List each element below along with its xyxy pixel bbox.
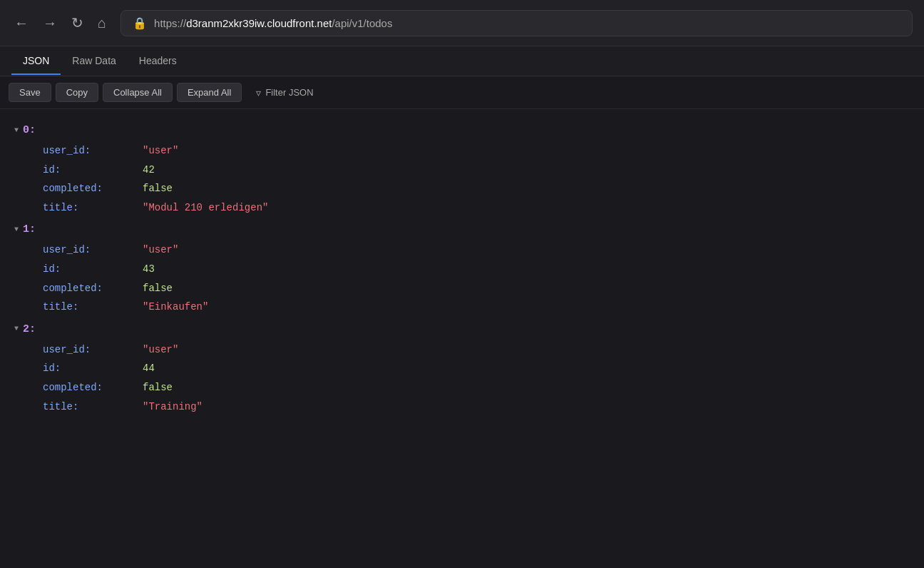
tab-json[interactable]: JSON (11, 48, 61, 75)
collapse-all-button[interactable]: Collapse All (103, 83, 173, 102)
field-value: "user" (143, 240, 178, 260)
field-row: user_id:"user" (43, 340, 910, 360)
field-row: completed:false (43, 378, 910, 397)
tabs-bar: JSON Raw Data Headers (0, 46, 924, 76)
field-value: "user" (143, 340, 178, 360)
field-key: user_id: (43, 340, 143, 360)
lock-icon: 🔒 (133, 16, 147, 30)
field-row: user_id:"user" (43, 141, 910, 161)
json-item-0: ▼0:user_id:"user"id:42completed:falsetit… (14, 121, 910, 217)
field-key: id: (43, 161, 143, 180)
expand-triangle-2[interactable]: ▼ (14, 323, 19, 335)
field-value: "Einkaufen" (143, 298, 208, 317)
field-key: id: (43, 359, 143, 378)
browser-chrome: ← → ↻ ⌂ 🔒 https://d3ranm2xkr39iw.cloudfr… (0, 0, 924, 46)
json-fields-2: user_id:"user"id:44completed:falsetitle:… (14, 340, 910, 416)
nav-buttons: ← → ↻ ⌂ (11, 11, 109, 34)
field-row: title:"Einkaufen" (43, 298, 910, 317)
field-key: title: (43, 298, 143, 317)
field-value: 42 (143, 161, 155, 180)
json-index-line-0: ▼0: (14, 121, 910, 140)
field-key: completed: (43, 378, 143, 397)
expand-triangle-0[interactable]: ▼ (14, 124, 19, 137)
url-domain: d3ranm2xkr39iw.cloudfront.net (186, 17, 332, 29)
field-key: title: (43, 397, 143, 417)
forward-button[interactable]: → (40, 12, 60, 34)
field-value: "Modul 210 erledigen" (143, 198, 268, 218)
toolbar: Save Copy Collapse All Expand All ▿ Filt… (0, 76, 924, 109)
index-number-1: 1: (23, 220, 36, 239)
back-button[interactable]: ← (11, 12, 31, 34)
tab-headers[interactable]: Headers (128, 48, 188, 75)
json-item-2: ▼2:user_id:"user"id:44completed:falsetit… (14, 320, 910, 416)
expand-triangle-1[interactable]: ▼ (14, 223, 19, 236)
filter-json-button[interactable]: ▿ Filter JSON (249, 83, 320, 102)
field-key: user_id: (43, 240, 143, 260)
json-item-1: ▼1:user_id:"user"id:43completed:falsetit… (14, 220, 910, 316)
field-value: false (143, 179, 173, 198)
field-key: id: (43, 260, 143, 279)
field-row: completed:false (43, 279, 910, 298)
json-fields-1: user_id:"user"id:43completed:falsetitle:… (14, 240, 910, 316)
json-index-line-2: ▼2: (14, 320, 910, 339)
save-button[interactable]: Save (9, 83, 51, 102)
address-bar[interactable]: 🔒 https://d3ranm2xkr39iw.cloudfront.net/… (120, 10, 913, 36)
reload-button[interactable]: ↻ (68, 11, 86, 34)
home-button[interactable]: ⌂ (95, 12, 109, 34)
filter-json-label: Filter JSON (265, 87, 313, 98)
field-value: false (143, 378, 173, 397)
field-key: user_id: (43, 141, 143, 161)
copy-button[interactable]: Copy (56, 83, 98, 102)
index-number-0: 0: (23, 121, 36, 140)
tab-raw-data[interactable]: Raw Data (61, 48, 127, 75)
json-content: ▼0:user_id:"user"id:42completed:falsetit… (0, 109, 924, 568)
field-value: "Training" (143, 397, 202, 417)
url-path: /api/v1/todos (332, 17, 392, 29)
field-key: completed: (43, 279, 143, 298)
filter-icon: ▿ (256, 87, 261, 98)
field-row: user_id:"user" (43, 240, 910, 260)
field-key: completed: (43, 179, 143, 198)
expand-all-button[interactable]: Expand All (177, 83, 242, 102)
field-value: 44 (143, 359, 155, 378)
field-row: title:"Training" (43, 397, 910, 417)
url-text: https://d3ranm2xkr39iw.cloudfront.net/ap… (154, 17, 392, 29)
field-value: 43 (143, 260, 155, 279)
json-fields-0: user_id:"user"id:42completed:falsetitle:… (14, 141, 910, 217)
field-row: id:43 (43, 260, 910, 279)
field-row: completed:false (43, 179, 910, 198)
field-value: false (143, 279, 173, 298)
field-value: "user" (143, 141, 178, 161)
field-key: title: (43, 198, 143, 218)
field-row: id:42 (43, 161, 910, 180)
index-number-2: 2: (23, 320, 36, 339)
json-index-line-1: ▼1: (14, 220, 910, 239)
field-row: title:"Modul 210 erledigen" (43, 198, 910, 218)
nav-bar: ← → ↻ ⌂ 🔒 https://d3ranm2xkr39iw.cloudfr… (0, 0, 924, 46)
url-protocol: https:// (154, 17, 186, 29)
field-row: id:44 (43, 359, 910, 378)
